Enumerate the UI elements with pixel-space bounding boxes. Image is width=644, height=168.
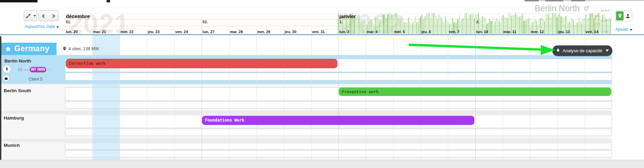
wind-bar xyxy=(555,14,556,34)
wind-bar xyxy=(384,14,385,34)
grid-line xyxy=(256,35,257,160)
lightning-bolt-icon xyxy=(5,67,9,72)
day-label: lun. 10 xyxy=(476,30,488,34)
window-edge-artifact xyxy=(107,0,110,2)
row-label-hamburg[interactable]: Hamburg xyxy=(4,115,24,121)
wind-bar xyxy=(438,14,439,34)
day-label: mer. 12 xyxy=(531,30,544,34)
wind-bar xyxy=(490,21,491,34)
wind-bar xyxy=(492,21,492,34)
wind-bar xyxy=(437,19,438,34)
wind-site-title: Berlin North xyxy=(535,3,589,13)
wind-bar xyxy=(363,20,363,34)
row-power-value: 33 xyxy=(18,67,22,72)
grid-line xyxy=(284,35,284,160)
wind-bar xyxy=(460,21,461,34)
row-label-berlin-south[interactable]: Berlin South xyxy=(4,88,31,93)
row-power-unit: MW xyxy=(24,68,29,71)
today-link[interactable]: Aujourd'hui xyxy=(25,24,45,29)
group-header-germany[interactable]: Germany xyxy=(0,43,57,55)
header-tick xyxy=(530,29,530,34)
day-label: mer. 29 xyxy=(257,30,270,34)
wind-bar xyxy=(409,22,410,34)
grid-line-week xyxy=(339,35,339,160)
capacity-analysis-button[interactable]: Analyse de capacité xyxy=(552,45,612,56)
person-icon xyxy=(626,14,630,18)
day-label: ven. 14 xyxy=(585,30,598,34)
day-label: mer. 22 xyxy=(121,30,133,34)
wind-bar xyxy=(390,14,391,34)
wind-bar xyxy=(570,23,571,34)
turbine-type-badge[interactable]: WT 3MW xyxy=(30,67,46,72)
task-bar[interactable]: Preventive work xyxy=(339,87,611,96)
wind-bar xyxy=(525,20,525,34)
group-summary: 4 sites, 138 MW xyxy=(63,46,99,51)
chevron-right-icon xyxy=(52,14,55,18)
wind-bar xyxy=(546,14,546,34)
header-tick xyxy=(475,19,476,34)
row-label-berlin-north[interactable]: Berlin North xyxy=(4,58,31,64)
header-tick xyxy=(421,29,421,34)
wind-bar xyxy=(522,13,523,34)
previous-period-button[interactable] xyxy=(38,11,49,21)
wind-bar xyxy=(489,19,490,34)
chevron-left-icon xyxy=(42,14,45,18)
wind-bar xyxy=(579,17,579,34)
open-site-icon[interactable] xyxy=(584,5,589,11)
wind-bar xyxy=(521,16,521,34)
briefcase-icon xyxy=(4,77,8,80)
week-number-label: 2. xyxy=(476,20,479,24)
day-label: ven. 31 xyxy=(312,30,325,34)
wind-bar xyxy=(547,15,548,34)
wind-bar xyxy=(382,13,382,34)
wind-bar xyxy=(554,13,554,34)
chevron-down-icon xyxy=(33,15,36,17)
window-edge-artifact xyxy=(545,0,563,1)
header-tick xyxy=(393,29,394,34)
header-tick xyxy=(448,29,448,34)
wind-scale-label: 10 m/s xyxy=(601,9,610,12)
flame-icon xyxy=(556,48,560,53)
wind-scale-label: 4 m/s xyxy=(593,22,600,26)
wind-bar xyxy=(444,23,444,34)
person-view-button[interactable] xyxy=(624,11,631,20)
wind-bar xyxy=(526,20,527,34)
turbine-count: x11 xyxy=(47,68,53,72)
add-dropdown[interactable]: Ajouter xyxy=(615,27,632,32)
location-pin-icon xyxy=(63,46,66,51)
wind-bar xyxy=(357,15,358,34)
header-tick xyxy=(174,29,175,34)
task-bar[interactable]: Corrective work xyxy=(66,59,338,69)
wind-bar xyxy=(356,17,357,34)
wind-bar xyxy=(473,13,473,34)
day-label: jeu. 23 xyxy=(148,30,159,34)
wind-bar xyxy=(361,20,362,34)
wind-bar xyxy=(544,21,545,34)
wind-bar xyxy=(354,17,355,34)
day-label: mar. 21 xyxy=(93,30,106,34)
grid-line xyxy=(366,35,366,160)
date-dropdown[interactable]: Date xyxy=(46,24,59,29)
row-label-munich[interactable]: Munich xyxy=(4,143,20,148)
wind-bar xyxy=(389,13,389,34)
week-number-label: 51. xyxy=(66,20,71,24)
wind-bar xyxy=(418,22,418,34)
task-bar[interactable]: Foundations Work xyxy=(202,116,474,125)
day-label: jeu. 30 xyxy=(285,30,296,34)
wind-bar xyxy=(434,13,435,34)
header-tick xyxy=(92,29,93,34)
zoom-range-dropdown[interactable] xyxy=(32,11,37,21)
wind-bar xyxy=(442,20,443,34)
wind-bar xyxy=(573,20,574,34)
window-edge-artifact xyxy=(0,0,37,2)
wind-bar xyxy=(405,22,406,34)
zoom-range-button[interactable] xyxy=(24,11,33,21)
wind-bar xyxy=(360,22,361,34)
wind-bar xyxy=(552,13,553,34)
grid-line xyxy=(393,35,394,160)
group-name: Germany xyxy=(14,44,49,53)
site-view-button[interactable] xyxy=(616,11,624,20)
wind-bar xyxy=(387,14,388,34)
next-period-button[interactable] xyxy=(48,11,59,21)
header-tick xyxy=(202,19,202,34)
